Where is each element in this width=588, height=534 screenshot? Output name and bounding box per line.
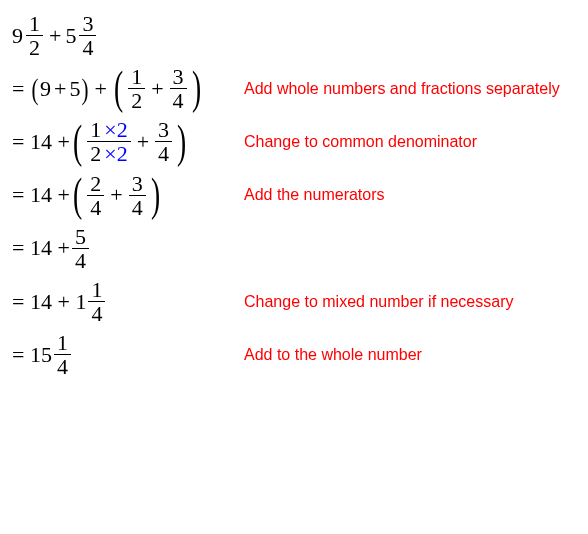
term-a-fraction: 1 2 [26,12,43,59]
fraction: 3 4 [129,172,146,219]
equals-sign: = [12,342,30,368]
step-2-math: = 14 + ( 1 ×2 2 ×2 + 3 4 ) [12,118,232,165]
fraction: 1 ×2 2 ×2 [87,118,130,165]
term-b-whole: 5 [65,23,77,49]
fraction: 1 4 [54,331,71,378]
step-6-note: Add to the whole number [244,346,422,364]
step-2-note: Change to common denominator [244,133,477,151]
problem-math: 9 1 2 + 5 3 4 [12,12,232,59]
paren-open-icon: ( [32,75,39,102]
fraction: 1 4 [88,278,105,325]
paren-open-icon: ( [73,124,82,161]
term-b-fraction: 3 4 [79,12,96,59]
step-5-note: Change to mixed number if necessary [244,293,513,311]
fraction: 3 4 [170,65,187,112]
paren-close-icon: ) [177,124,186,161]
op-plus: + [49,23,61,49]
times-icon: ×2 [104,118,127,141]
times-icon: ×2 [104,142,127,165]
term-a-whole: 9 [12,23,24,49]
step-1: = ( 9 + 5 ) + ( 1 2 + 3 4 ) Add whole nu… [12,65,576,112]
step-5: = 14 + 1 1 4 Change to mixed number if n… [12,278,576,325]
equals-sign: = [12,235,30,261]
equals-sign: = [12,129,30,155]
paren-close-icon: ) [192,70,201,107]
step-2: = 14 + ( 1 ×2 2 ×2 + 3 4 ) Change to com… [12,118,576,165]
step-4: = 14 + 5 4 [12,225,576,272]
step-1-math: = ( 9 + 5 ) + ( 1 2 + 3 4 ) [12,65,232,112]
step-3-math: = 14 + ( 2 4 + 3 4 ) [12,172,232,219]
paren-close-icon: ) [82,75,89,102]
step-3: = 14 + ( 2 4 + 3 4 ) Add the numerators [12,172,576,219]
step-5-math: = 14 + 1 1 4 [12,278,232,325]
step-4-math: = 14 + 5 4 [12,225,232,272]
step-1-note: Add whole numbers and fractions separate… [244,80,560,98]
problem-line: 9 1 2 + 5 3 4 [12,12,576,59]
paren-open-icon: ( [114,70,123,107]
fraction: 3 4 [155,118,172,165]
step-6: = 15 1 4 Add to the whole number [12,331,576,378]
equals-sign: = [12,76,30,102]
step-3-note: Add the numerators [244,186,385,204]
paren-open-icon: ( [73,177,82,214]
paren-close-icon: ) [151,177,160,214]
fraction: 5 4 [72,225,89,272]
fraction: 1 2 [128,65,145,112]
equals-sign: = [12,289,30,315]
step-6-math: = 15 1 4 [12,331,232,378]
equals-sign: = [12,182,30,208]
fraction: 2 4 [87,172,104,219]
